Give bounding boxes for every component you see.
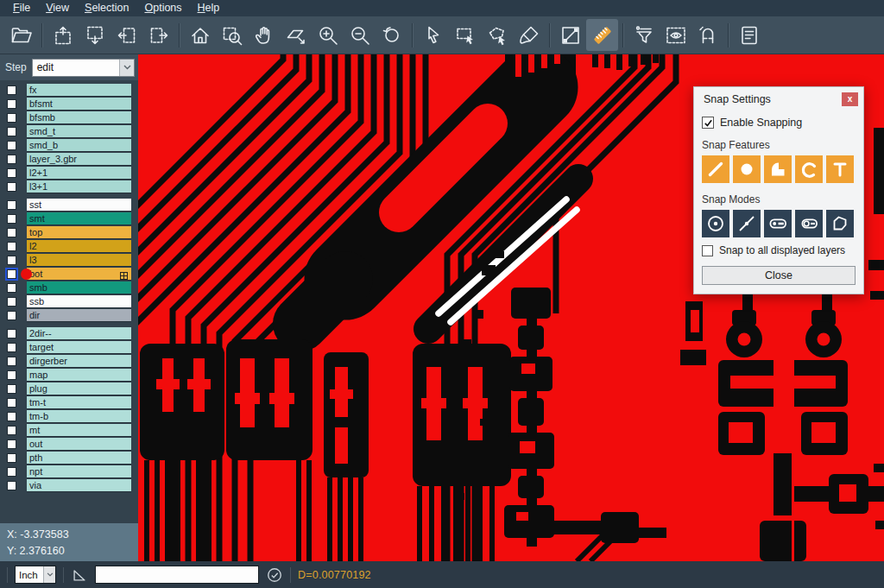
layer-name[interactable]: bot [27,268,131,281]
snap-mode-midpoint-button[interactable] [733,210,761,237]
layer-name[interactable]: mt [27,424,131,437]
chevron-down-icon[interactable] [119,60,134,76]
layer-name[interactable]: 2dir-- [27,327,131,340]
layer-visibility-checkbox[interactable] [7,297,16,307]
layer-visibility-checkbox[interactable] [7,155,16,164]
layer-visibility-checkbox[interactable] [7,99,16,109]
zoom-object-button[interactable] [280,19,312,51]
layer-name[interactable]: bfsmb [27,111,131,124]
menu-item-help[interactable]: Help [190,0,228,16]
layer-row-smb[interactable]: smb [4,281,131,294]
layer-name[interactable]: smd_b [27,139,131,152]
snap-mode-center-button[interactable] [702,210,729,237]
layer-name[interactable]: l2 [27,240,131,253]
pan-down-button[interactable] [79,19,110,51]
home-view-button[interactable] [184,19,216,51]
menu-item-options[interactable]: Options [136,0,189,16]
zoom-in-button[interactable] [312,19,344,51]
layer-visibility-checkbox[interactable] [7,242,16,251]
select-polygon-button[interactable] [481,19,513,51]
layer-name[interactable]: plug [27,383,131,395]
layer-row-sst[interactable]: sst [4,199,131,212]
open-button[interactable] [5,19,37,51]
layer-row-dir[interactable]: dir [4,309,131,322]
layer-row-ssb[interactable]: ssb [4,295,131,308]
layer-name[interactable]: via [27,479,131,492]
layer-row-map[interactable]: map [4,369,131,382]
ruler-button[interactable] [586,19,618,51]
layer-name[interactable]: l2+1 [27,167,131,180]
layer-row-tm-b[interactable]: tm-b [4,410,131,423]
filter-button[interactable] [628,19,660,51]
layer-name[interactable]: sst [27,199,131,212]
layer-visibility-checkbox[interactable] [7,481,16,490]
layer-row-2dir--[interactable]: 2dir-- [4,327,131,340]
snap-all-layers-row[interactable]: Snap to all displayed layers [702,244,856,256]
zoom-out-button[interactable] [344,19,376,51]
layer-name[interactable]: top [27,226,131,239]
close-button[interactable]: Close [702,266,856,285]
zoom-window-button[interactable] [216,19,248,51]
layer-row-plug[interactable]: plug [4,383,131,395]
pan-up-button[interactable] [47,19,79,51]
pan-right-button[interactable] [142,19,174,51]
measure-input[interactable] [95,566,259,584]
layer-row-l2+1[interactable]: l2+1 [4,167,131,180]
enable-snapping-row[interactable]: Enable Snapping [702,117,856,129]
snap-feature-pad-button[interactable] [733,155,761,183]
layer-row-smt[interactable]: smt [4,212,131,225]
layer-name[interactable]: tm-t [27,396,131,409]
layer-visibility-checkbox[interactable] [7,256,16,265]
layer-visibility-checkbox[interactable] [7,214,16,224]
layer-row-target[interactable]: target [4,341,131,354]
layer-name[interactable]: layer_3.gbr [27,153,131,166]
layer-visibility-checkbox[interactable] [7,426,16,435]
layer-row-bfsmb[interactable]: bfsmb [4,111,131,124]
layer-row-bfsmt[interactable]: bfsmt [4,98,131,111]
layer-visibility-checkbox[interactable] [7,439,16,449]
layer-name[interactable]: dirgerber [27,355,131,368]
layer-visibility-checkbox[interactable] [7,113,16,123]
menu-item-selection[interactable]: Selection [77,0,136,16]
layer-visibility-checkbox[interactable] [7,398,16,408]
layer-name[interactable]: npt [27,465,131,478]
step-select[interactable]: edit [32,59,135,77]
layer-row-smd_t[interactable]: smd_t [4,125,131,138]
layer-visibility-checkbox[interactable] [7,200,16,210]
dialog-titlebar[interactable]: Snap Settings x [694,87,863,110]
select-brush-button[interactable] [513,19,545,51]
snap-mode-origin-button[interactable] [795,210,823,237]
menu-item-view[interactable]: View [38,0,77,16]
layer-name[interactable]: smb [27,281,131,294]
layer-visibility-checkbox[interactable] [7,228,16,237]
layer-visibility-checkbox[interactable] [7,384,16,394]
pan-hand-button[interactable] [248,19,280,51]
layer-name[interactable]: dir [27,309,131,322]
layer-visibility-checkbox[interactable] [7,467,16,477]
layer-name[interactable]: ssb [27,295,131,308]
snap-mode-end-button[interactable] [764,210,792,237]
layer-row-tm-t[interactable]: tm-t [4,396,131,409]
layer-name[interactable]: out [27,438,131,451]
layer-row-dirgerber[interactable]: dirgerber [4,355,131,368]
snap-all-layers-checkbox[interactable] [702,245,713,256]
layer-visibility-checkbox[interactable] [7,85,16,95]
layer-name[interactable]: l3+1 [27,180,131,193]
layer-row-top[interactable]: top [4,226,131,239]
layer-row-l3[interactable]: l3 [4,254,131,267]
measure-button[interactable] [554,19,586,51]
layer-name[interactable]: smt [27,212,131,225]
layer-visibility-checkbox[interactable] [7,329,16,338]
circle-check-icon[interactable] [266,566,283,584]
view-options-button[interactable] [660,19,691,51]
enable-snapping-checkbox[interactable] [702,117,714,129]
select-rectangle-button[interactable] [449,19,481,51]
layer-row-npt[interactable]: npt [4,465,131,478]
layer-visibility-checkbox[interactable] [7,127,16,136]
snap-feature-text-button[interactable] [826,155,854,183]
layer-row-l2[interactable]: l2 [4,240,131,253]
snap-button[interactable] [691,19,723,51]
dialog-close-button[interactable]: x [842,92,858,106]
layer-visibility-checkbox[interactable] [7,453,16,463]
layer-visibility-checkbox[interactable] [7,343,16,352]
